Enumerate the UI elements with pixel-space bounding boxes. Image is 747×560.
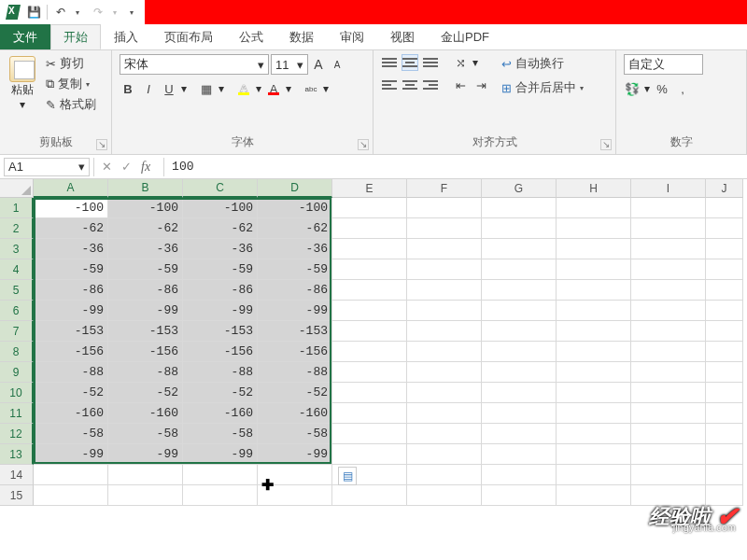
cell[interactable]: -156 (258, 342, 332, 362)
cell[interactable]: -52 (108, 383, 183, 403)
cell[interactable] (631, 259, 706, 280)
column-header[interactable]: J (706, 179, 743, 198)
cell[interactable] (631, 280, 706, 301)
redo-dropdown-icon[interactable]: ▾ (107, 5, 122, 20)
row-header[interactable]: 12 (0, 424, 34, 444)
cell[interactable]: -59 (34, 259, 108, 280)
phonetic-button[interactable] (303, 80, 319, 97)
cell[interactable] (631, 321, 706, 342)
formula-input[interactable]: 100 (164, 160, 747, 174)
cell[interactable]: -88 (183, 362, 258, 383)
cell[interactable] (407, 362, 482, 383)
cell[interactable] (482, 485, 557, 506)
cell[interactable] (557, 465, 631, 485)
cell[interactable] (332, 342, 407, 362)
cell[interactable]: -99 (108, 444, 183, 465)
cell[interactable]: -99 (258, 444, 332, 465)
fill-color-button[interactable] (235, 80, 252, 97)
quick-analysis-button[interactable]: ▤ (338, 467, 357, 485)
tab-kingsoft-pdf[interactable]: 金山PDF (428, 24, 502, 49)
cell[interactable] (557, 424, 631, 444)
orientation-button[interactable]: ⤭ (452, 54, 469, 71)
cell[interactable] (631, 403, 706, 424)
cell[interactable] (557, 280, 631, 301)
column-header[interactable]: G (482, 179, 557, 198)
cell[interactable]: -36 (34, 239, 108, 259)
cell[interactable] (332, 403, 407, 424)
cell[interactable]: -160 (34, 403, 108, 424)
cell[interactable] (631, 342, 706, 362)
decrease-indent-button[interactable] (452, 77, 469, 93)
row-header[interactable]: 10 (0, 383, 34, 403)
cell[interactable] (631, 198, 706, 218)
cell[interactable] (631, 424, 706, 444)
font-launcher-icon[interactable]: ↘ (358, 139, 369, 150)
cell[interactable]: -59 (183, 259, 258, 280)
cell[interactable]: -100 (108, 198, 183, 218)
cell[interactable] (482, 239, 557, 259)
column-header[interactable]: B (108, 179, 183, 198)
align-middle-button[interactable] (402, 54, 418, 71)
cell[interactable]: -86 (108, 280, 183, 301)
cell[interactable] (482, 218, 557, 239)
row-header[interactable]: 4 (0, 259, 34, 280)
cell[interactable] (482, 465, 557, 485)
cell[interactable] (482, 383, 557, 403)
cell[interactable]: -156 (108, 342, 183, 362)
cell[interactable] (407, 424, 482, 444)
cell[interactable]: -160 (108, 403, 183, 424)
cell[interactable] (407, 280, 482, 301)
format-painter-button[interactable]: 格式刷 (43, 95, 99, 114)
accounting-format-button[interactable]: 💱 (624, 80, 641, 97)
cut-button[interactable]: 剪切 (43, 54, 99, 73)
cell[interactable] (482, 444, 557, 465)
cell[interactable] (332, 383, 407, 403)
cell[interactable] (482, 198, 557, 218)
cell[interactable]: -99 (34, 301, 108, 321)
spreadsheet-grid[interactable]: ABCDEFGHIJ 123456789101112131415 -100-10… (0, 179, 747, 560)
cell[interactable] (631, 444, 706, 465)
font-name-select[interactable]: 宋体▾ (120, 54, 269, 75)
row-header[interactable]: 8 (0, 342, 34, 362)
cell[interactable] (557, 485, 631, 506)
row-header[interactable]: 3 (0, 239, 34, 259)
increase-font-icon[interactable] (310, 56, 327, 73)
increase-indent-button[interactable] (472, 77, 489, 93)
cell[interactable]: -99 (183, 301, 258, 321)
cell[interactable]: -160 (183, 403, 258, 424)
italic-button[interactable]: I (140, 80, 157, 97)
cell[interactable]: -153 (258, 321, 332, 342)
cell[interactable] (482, 403, 557, 424)
cell[interactable]: -58 (258, 424, 332, 444)
cell[interactable] (482, 424, 557, 444)
paste-dropdown-icon[interactable]: ▾ (20, 98, 25, 111)
column-header[interactable]: F (407, 179, 482, 198)
select-all-corner[interactable] (0, 179, 34, 198)
cell[interactable] (706, 239, 743, 259)
insert-function-icon[interactable]: fx (141, 160, 156, 175)
cell[interactable] (706, 342, 743, 362)
cell[interactable] (631, 465, 706, 485)
tab-home[interactable]: 开始 (50, 24, 101, 49)
cell[interactable] (407, 403, 482, 424)
cell[interactable]: -160 (258, 403, 332, 424)
cell[interactable]: -36 (108, 239, 183, 259)
cell[interactable] (631, 239, 706, 259)
underline-button[interactable]: U (161, 80, 177, 97)
tab-view[interactable]: 视图 (377, 24, 428, 49)
cell[interactable] (332, 362, 407, 383)
align-center-button[interactable] (402, 77, 418, 93)
tab-insert[interactable]: 插入 (101, 24, 151, 49)
cell[interactable]: -52 (34, 383, 108, 403)
alignment-launcher-icon[interactable]: ↘ (600, 139, 612, 150)
cell[interactable]: -99 (34, 444, 108, 465)
cell[interactable]: -99 (108, 301, 183, 321)
cell[interactable] (407, 259, 482, 280)
cell[interactable] (482, 362, 557, 383)
cell[interactable] (183, 485, 258, 506)
cell[interactable] (407, 465, 482, 485)
cell[interactable] (332, 321, 407, 342)
cell-area[interactable]: -100-100-100-100-62-62-62-62-36-36-36-36… (34, 198, 747, 506)
cell[interactable]: -52 (258, 383, 332, 403)
align-left-button[interactable] (381, 77, 398, 93)
